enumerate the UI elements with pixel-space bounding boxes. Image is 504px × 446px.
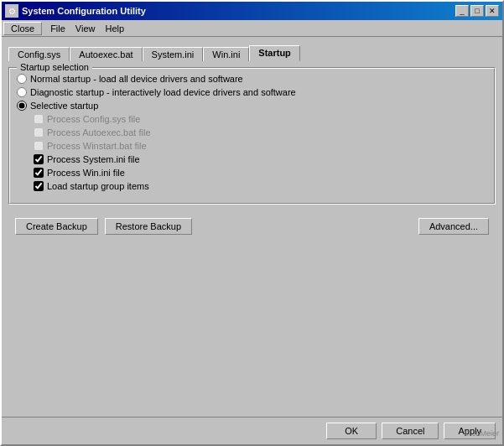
checkbox-autoexec-bat-input[interactable]	[34, 127, 44, 137]
checkbox-config-sys-input[interactable]	[34, 114, 44, 124]
radio-diagnostic-startup: Diagnostic startup - interactively load …	[17, 87, 487, 97]
checkbox-autoexec-bat: Process Autoexec.bat file	[17, 127, 487, 137]
menu-view[interactable]: View	[70, 23, 101, 34]
radio-selective-startup: Selective startup	[17, 101, 487, 111]
restore-backup-button[interactable]: Restore Backup	[105, 218, 192, 235]
tabs-row: Config.sys Autoexec.bat System.ini Win.i…	[2, 37, 502, 60]
startup-group-outer: Startup selection Normal startup - load …	[8, 67, 496, 205]
checkbox-system-ini: Process System.ini file	[17, 154, 487, 164]
checkbox-system-ini-label: Process System.ini file	[47, 154, 140, 164]
checkbox-config-sys: Process Config.sys file	[17, 114, 487, 124]
checkbox-system-ini-input[interactable]	[34, 154, 44, 164]
main-window: ⚙ System Configuration Utility _ □ ✕ Clo…	[0, 0, 504, 446]
ok-button[interactable]: OK	[326, 423, 377, 439]
checkbox-winstart-bat-label: Process Winstart.bat file	[47, 141, 147, 151]
tab-content: Startup selection Normal startup - load …	[2, 60, 502, 245]
radio-normal-label: Normal startup - load all device drivers…	[30, 74, 243, 84]
action-buttons: Create Backup Restore Backup Advanced...	[8, 215, 496, 238]
radio-selective-label: Selective startup	[30, 101, 98, 111]
window-title: System Configuration Utility	[22, 6, 146, 16]
checkbox-startup-group-label: Load startup group items	[47, 181, 149, 191]
action-buttons-left: Create Backup Restore Backup	[15, 218, 192, 235]
cancel-button[interactable]: Cancel	[382, 423, 439, 439]
checkbox-config-sys-label: Process Config.sys file	[47, 114, 140, 124]
startup-group-inner: Startup selection Normal startup - load …	[9, 68, 495, 204]
checkbox-win-ini-label: Process Win.ini file	[47, 168, 125, 178]
tab-system-ini[interactable]: System.ini	[143, 47, 204, 61]
menu-bar: Close File View Help	[2, 20, 502, 37]
maximize-button[interactable]: □	[470, 5, 484, 17]
tab-win-ini[interactable]: Win.ini	[203, 47, 249, 61]
group-label: Startup selection	[17, 62, 92, 72]
advanced-button[interactable]: Advanced...	[418, 218, 489, 235]
radio-diagnostic-label: Diagnostic startup - interactively load …	[30, 87, 296, 97]
create-backup-button[interactable]: Create Backup	[15, 218, 98, 235]
checkbox-startup-group-input[interactable]	[34, 181, 44, 191]
checkbox-autoexec-bat-label: Process Autoexec.bat file	[47, 127, 151, 137]
checkbox-win-ini: Process Win.ini file	[17, 168, 487, 178]
title-bar-left: ⚙ System Configuration Utility	[5, 4, 146, 18]
checkbox-win-ini-input[interactable]	[34, 168, 44, 178]
title-buttons: _ □ ✕	[455, 5, 499, 17]
app-icon: ⚙	[5, 4, 18, 18]
tab-startup[interactable]: Startup	[249, 45, 300, 61]
menu-file[interactable]: File	[45, 23, 70, 34]
checkbox-winstart-bat: Process Winstart.bat file	[17, 141, 487, 151]
watermark: © JLMeier	[465, 429, 499, 438]
radio-selective-input[interactable]	[17, 101, 27, 111]
title-bar: ⚙ System Configuration Utility _ □ ✕	[2, 2, 502, 20]
radio-normal-startup: Normal startup - load all device drivers…	[17, 74, 487, 84]
tab-autoexec-bat[interactable]: Autoexec.bat	[70, 47, 142, 61]
close-button[interactable]: ✕	[486, 5, 499, 17]
menu-help[interactable]: Help	[101, 23, 130, 34]
close-menu-button[interactable]: Close	[3, 22, 42, 35]
checkbox-startup-group: Load startup group items	[17, 181, 487, 191]
minimize-button[interactable]: _	[455, 5, 469, 17]
radio-diagnostic-input[interactable]	[17, 87, 27, 97]
tab-config-sys[interactable]: Config.sys	[8, 47, 70, 61]
checkbox-winstart-bat-input[interactable]	[34, 141, 44, 151]
radio-normal-input[interactable]	[17, 74, 27, 84]
footer: OK Cancel Apply	[2, 417, 502, 444]
